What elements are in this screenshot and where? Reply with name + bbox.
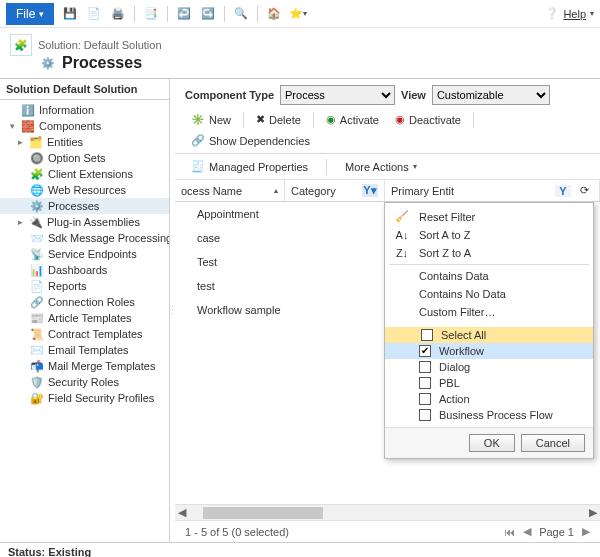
sidebar-item-web-resources[interactable]: 🌐Web Resources: [0, 182, 169, 198]
sidebar-item-article-templates[interactable]: 📰Article Templates: [0, 310, 169, 326]
contains-no-data-item[interactable]: Contains No Data: [385, 285, 593, 303]
scroll-left-icon[interactable]: ◀: [175, 506, 189, 519]
activate-label: Activate: [340, 114, 379, 126]
filter-active-icon[interactable]: Y▾: [362, 184, 378, 197]
expand-icon[interactable]: ▸: [16, 217, 25, 227]
sort-za-item[interactable]: Z↓Sort Z to A: [385, 244, 593, 262]
col-process-name[interactable]: ocess Name▴: [175, 180, 285, 201]
select-all-checkbox[interactable]: [421, 329, 433, 341]
sidebar-item-dashboards[interactable]: 📊Dashboards: [0, 262, 169, 278]
filter-value-row[interactable]: PBL: [385, 375, 593, 391]
popup-buttons: OK Cancel: [385, 427, 593, 458]
sidebar-item-information[interactable]: ℹ️Information: [0, 102, 169, 118]
grid-toolbar-row2: 🧾Managed Properties More Actions ▾: [175, 154, 600, 180]
sidebar-item-mail-merge-templates[interactable]: 📬Mail Merge Templates: [0, 358, 169, 374]
deactivate-button[interactable]: ◉Deactivate: [389, 111, 467, 128]
show-dependencies-button[interactable]: 🔗Show Dependencies: [185, 132, 316, 149]
scroll-track[interactable]: [203, 507, 572, 519]
sidebar-item-entities[interactable]: ▸🗂️Entities: [0, 134, 169, 150]
filter-value-row[interactable]: Workflow: [385, 343, 593, 359]
ok-button[interactable]: OK: [469, 434, 515, 452]
filter-value-checkbox[interactable]: [419, 409, 431, 421]
sidebar-item-email-templates[interactable]: ✉️Email Templates: [0, 342, 169, 358]
sidebar-item-client-ext[interactable]: 🧩Client Extensions: [0, 166, 169, 182]
col-primary-entity[interactable]: Primary EntitY⟳: [385, 180, 600, 201]
sidebar-item-sdk[interactable]: 📨Sdk Message Processing S…: [0, 230, 169, 246]
print-icon[interactable]: 🖨️: [110, 6, 126, 22]
sidebar-item-label: Reports: [48, 280, 87, 292]
sidebar-item-plugin[interactable]: ▸🔌Plug-in Assemblies: [0, 214, 169, 230]
new-button[interactable]: ✳️New: [185, 111, 237, 128]
sort-az-item[interactable]: A↓Sort A to Z: [385, 226, 593, 244]
scroll-thumb[interactable]: [203, 507, 323, 519]
col-name-label: ocess Name: [181, 185, 242, 197]
client-ext-icon: 🧩: [30, 167, 44, 181]
prev-page-icon[interactable]: ◀: [523, 525, 531, 538]
copy-icon[interactable]: 📑: [143, 6, 159, 22]
sidebar-item-processes[interactable]: ⚙️Processes: [0, 198, 169, 214]
email-tpl-icon: ✉️: [30, 343, 44, 357]
cancel-label: Cancel: [536, 437, 570, 449]
expand-icon[interactable]: ▸: [16, 137, 25, 147]
more-actions-button[interactable]: More Actions ▾: [339, 159, 423, 175]
no-data-label: Contains No Data: [419, 288, 506, 300]
filter-value-checkbox[interactable]: [419, 361, 431, 373]
save-close-icon[interactable]: 📄: [86, 6, 102, 22]
contains-data-item[interactable]: Contains Data: [385, 267, 593, 285]
component-type-select[interactable]: Process: [280, 85, 395, 105]
save-icon[interactable]: 💾: [62, 6, 78, 22]
solution-icon: 🧩: [10, 34, 32, 56]
sidebar-item-option-sets[interactable]: 🔘Option Sets: [0, 150, 169, 166]
help-menu[interactable]: ❔ Help ▾: [545, 7, 594, 20]
sidebar-item-contract-templates[interactable]: 📜Contract Templates: [0, 326, 169, 342]
sidebar-item-svc-endpoints[interactable]: 📡Service Endpoints: [0, 246, 169, 262]
reset-filter-item[interactable]: 🧹Reset Filter: [385, 207, 593, 226]
filter-value-checkbox[interactable]: [419, 393, 431, 405]
sidebar-item-connection-roles[interactable]: 🔗Connection Roles: [0, 294, 169, 310]
filter-value-row[interactable]: Action: [385, 391, 593, 407]
page-indicator: Page 1: [539, 526, 574, 538]
next-page-icon[interactable]: ▶: [582, 525, 590, 538]
delete-button[interactable]: ✖Delete: [250, 111, 307, 128]
collapse-icon[interactable]: ▾: [8, 121, 17, 131]
col-category[interactable]: CategoryY▾: [285, 180, 385, 201]
sidebar-item-field-security[interactable]: 🔐Field Security Profiles: [0, 390, 169, 406]
managed-properties-button[interactable]: 🧾Managed Properties: [185, 158, 314, 175]
sidebar-item-label: Contract Templates: [48, 328, 143, 340]
file-menu[interactable]: File ▾: [6, 3, 54, 25]
custom-filter-item[interactable]: Custom Filter…: [385, 303, 593, 321]
undo-icon[interactable]: ↩️: [176, 6, 192, 22]
sidebar-item-security-roles[interactable]: 🛡️Security Roles: [0, 374, 169, 390]
activate-button[interactable]: ◉Activate: [320, 111, 385, 128]
help-label: Help: [563, 8, 586, 20]
filter-icon[interactable]: Y: [555, 185, 571, 197]
filter-value-checkbox[interactable]: [419, 345, 431, 357]
select-all-row[interactable]: Select All: [385, 327, 593, 343]
horizontal-scrollbar[interactable]: ◀ ▶: [175, 504, 600, 520]
sidebar-item-label: Entities: [47, 136, 83, 148]
delete-icon: ✖: [256, 113, 265, 126]
quick-access-toolbar: 💾 📄 🖨️ 📑 ↩️ ↪️ 🔍 🏠 ⭐▾: [62, 6, 306, 22]
separator-icon: [224, 6, 225, 22]
refresh-icon[interactable]: ⟳: [575, 184, 593, 197]
custom-filter-label: Custom Filter…: [419, 306, 495, 318]
sidebar-item-components[interactable]: ▾🧱Components: [0, 118, 169, 134]
sidebar-item-reports[interactable]: 📄Reports: [0, 278, 169, 294]
find-icon[interactable]: 🔍: [233, 6, 249, 22]
first-page-icon[interactable]: ⏮: [504, 526, 515, 538]
filter-value-checkbox[interactable]: [419, 377, 431, 389]
star-dropdown-icon[interactable]: ⭐▾: [290, 6, 306, 22]
home-icon[interactable]: 🏠: [266, 6, 282, 22]
sort-za-label: Sort Z to A: [419, 247, 471, 259]
view-select[interactable]: Customizable: [432, 85, 550, 105]
reports-icon: 📄: [30, 279, 44, 293]
filter-value-label: Business Process Flow: [439, 409, 553, 421]
filter-value-row[interactable]: Business Process Flow: [385, 407, 593, 423]
help-text: Help: [563, 8, 586, 20]
filter-value-row[interactable]: Dialog: [385, 359, 593, 375]
redo-icon[interactable]: ↪️: [200, 6, 216, 22]
scroll-right-icon[interactable]: ▶: [586, 506, 600, 519]
plugin-icon: 🔌: [29, 215, 43, 229]
process-grid: ocess Name▴ CategoryY▾ Primary EntitY⟳ A…: [175, 180, 600, 542]
cancel-button[interactable]: Cancel: [521, 434, 585, 452]
